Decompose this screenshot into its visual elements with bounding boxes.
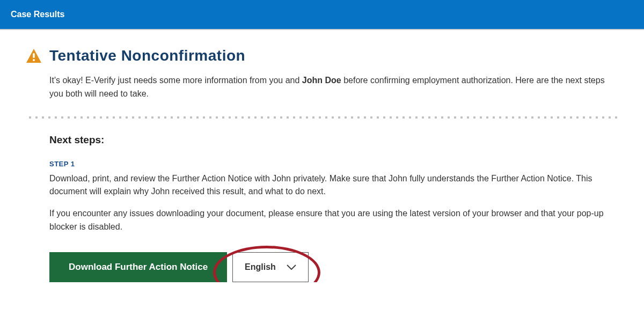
page-title: Tentative Nonconfirmation — [49, 47, 245, 64]
chevron-down-icon — [287, 264, 296, 270]
language-selector-wrap: English Spanish — [232, 252, 309, 282]
title-row: Tentative Nonconfirmation — [26, 47, 618, 64]
language-selected-label: English — [245, 262, 276, 272]
warning-triangle-icon — [26, 48, 42, 63]
step1-text-1: Download, print, and review the Further … — [49, 172, 618, 199]
page-header: Case Results — [0, 0, 644, 30]
step1-label: STEP 1 — [49, 160, 618, 168]
action-row: Download Further Action Notice English S… — [49, 252, 309, 282]
intro-text: It's okay! E-Verify just needs some more… — [49, 74, 618, 101]
download-further-action-button[interactable]: Download Further Action Notice — [49, 252, 227, 282]
next-steps-section: Next steps: STEP 1 Download, print, and … — [49, 134, 618, 282]
svg-point-2 — [33, 59, 35, 61]
svg-rect-1 — [33, 53, 35, 58]
header-title: Case Results — [11, 10, 65, 19]
divider-dots — [27, 116, 618, 119]
next-steps-heading: Next steps: — [49, 134, 618, 146]
step1-text-2: If you encounter any issues downloading … — [49, 207, 618, 234]
employee-name: John Doe — [302, 76, 341, 85]
intro-pre: It's okay! E-Verify just needs some more… — [49, 76, 302, 85]
language-selector[interactable]: English — [232, 252, 309, 282]
main-content: Tentative Nonconfirmation It's okay! E-V… — [0, 30, 644, 282]
